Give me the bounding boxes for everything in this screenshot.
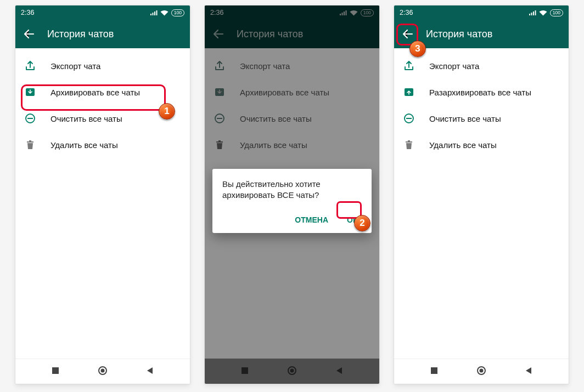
status-indicators: 100 bbox=[529, 9, 563, 16]
phone-screen-3: 2:36 100 История чатов Экспорт чата Раза… bbox=[394, 5, 569, 384]
nav-back-icon[interactable] bbox=[146, 367, 154, 374]
row-archive-all[interactable]: Архивировать все чаты bbox=[15, 79, 190, 105]
settings-list: Экспорт чата Архивировать все чаты Очист… bbox=[15, 48, 190, 359]
phone-screen-1: 2:36 100 История чатов Экспорт чата Архи… bbox=[15, 5, 190, 384]
export-icon bbox=[24, 60, 36, 72]
row-label: Очистить все чаты bbox=[429, 114, 501, 123]
clear-icon bbox=[403, 112, 415, 124]
row-delete-all[interactable]: Удалить все чаты bbox=[15, 132, 190, 158]
android-navbar bbox=[15, 359, 190, 384]
signal-icon bbox=[150, 10, 158, 16]
back-icon[interactable] bbox=[23, 28, 35, 40]
row-label: Архивировать все чаты bbox=[50, 88, 140, 97]
nav-recents-icon[interactable] bbox=[430, 367, 438, 374]
phone-screen-2: 2:36 100 История чатов Экспорт чата Архи… bbox=[205, 5, 379, 384]
status-bar: 2:36 100 bbox=[15, 5, 190, 20]
dialog-actions: ОТМЕНА OK bbox=[222, 212, 362, 228]
back-icon[interactable] bbox=[402, 28, 414, 40]
export-icon bbox=[403, 60, 415, 72]
dialog-message: Вы действительно хотите архивировать ВСЕ… bbox=[222, 179, 362, 201]
status-indicators: 100 bbox=[150, 9, 184, 16]
battery-indicator: 100 bbox=[550, 9, 563, 16]
delete-icon bbox=[24, 139, 36, 151]
page-title: История чатов bbox=[47, 29, 114, 40]
row-unarchive-all[interactable]: Разархивировать все чаты bbox=[394, 79, 569, 105]
row-label: Разархивировать все чаты bbox=[429, 88, 531, 97]
wifi-icon bbox=[539, 10, 547, 16]
settings-list: Экспорт чата Разархивировать все чаты Оч… bbox=[394, 48, 569, 359]
unarchive-icon bbox=[403, 86, 415, 98]
svg-point-4 bbox=[101, 368, 105, 372]
nav-home-icon[interactable] bbox=[476, 366, 486, 376]
row-label: Экспорт чата bbox=[429, 61, 479, 71]
wifi-icon bbox=[160, 10, 169, 16]
nav-back-icon[interactable] bbox=[525, 367, 532, 374]
row-delete-all[interactable]: Удалить все чаты bbox=[394, 132, 569, 158]
svg-point-14 bbox=[480, 368, 484, 372]
dialog-ok-button[interactable]: OK bbox=[344, 212, 362, 228]
nav-recents-icon[interactable] bbox=[52, 367, 59, 374]
status-time: 2:36 bbox=[400, 9, 413, 16]
status-time: 2:36 bbox=[21, 9, 34, 16]
dialog-cancel-button[interactable]: ОТМЕНА bbox=[291, 212, 332, 228]
battery-indicator: 100 bbox=[171, 9, 184, 16]
app-bar: История чатов bbox=[15, 20, 190, 48]
row-export-chat[interactable]: Экспорт чата bbox=[394, 53, 569, 79]
row-label: Удалить все чаты bbox=[429, 140, 497, 150]
signal-icon bbox=[529, 10, 536, 16]
status-bar: 2:36 100 bbox=[394, 5, 569, 20]
row-label: Удалить все чаты bbox=[50, 140, 118, 150]
nav-home-icon[interactable] bbox=[98, 366, 108, 376]
clear-icon bbox=[24, 112, 36, 124]
row-label: Экспорт чата bbox=[50, 61, 100, 71]
archive-icon bbox=[24, 86, 36, 98]
row-clear-all[interactable]: Очистить все чаты bbox=[394, 105, 569, 132]
row-clear-all[interactable]: Очистить все чаты bbox=[15, 105, 190, 132]
android-navbar bbox=[394, 359, 569, 384]
page-title: История чатов bbox=[426, 29, 492, 40]
delete-icon bbox=[403, 139, 415, 151]
svg-rect-12 bbox=[431, 367, 437, 374]
app-bar: История чатов bbox=[394, 20, 569, 48]
row-label: Очистить все чаты bbox=[50, 114, 122, 123]
svg-rect-2 bbox=[52, 367, 59, 374]
row-export-chat[interactable]: Экспорт чата bbox=[15, 53, 190, 79]
confirm-dialog: Вы действительно хотите архивировать ВСЕ… bbox=[212, 169, 372, 233]
